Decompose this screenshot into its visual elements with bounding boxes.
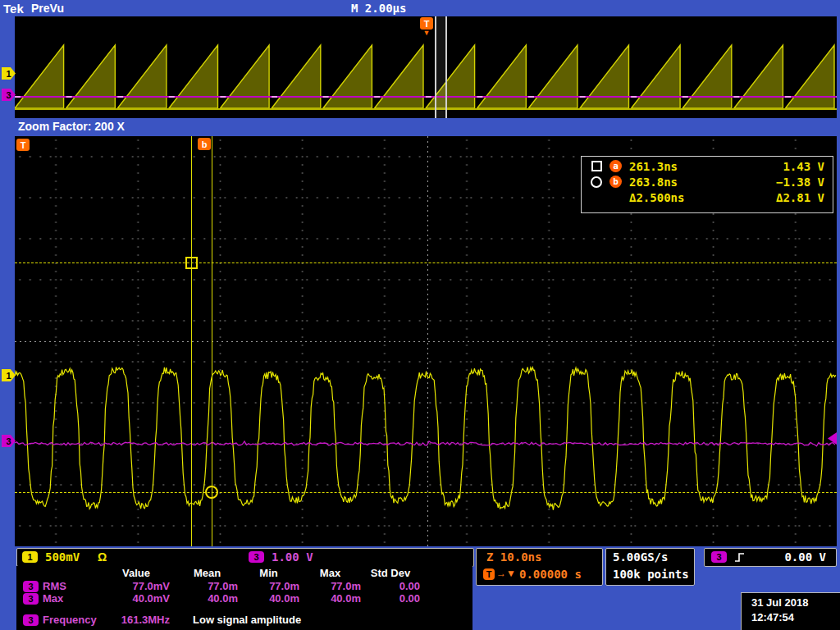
trigger-t-label: T [21, 140, 26, 150]
ch1-marker-zoom[interactable]: 1 [2, 369, 16, 381]
ch1-coupling-symbol: Ω [98, 550, 107, 564]
cursor-b-time: 263.8ns [629, 176, 711, 189]
ch3-marker-overview[interactable]: 3 [2, 89, 16, 101]
cursor-b-horizontal-line[interactable] [15, 492, 837, 493]
acquisition-status: PreVu [31, 2, 64, 15]
cursor-b-vertical-line[interactable] [212, 136, 212, 546]
zoom-factor-label: Zoom Factor: 200 X [18, 120, 125, 133]
cursor-a-badge: a [609, 160, 622, 172]
ch1-marker-overview[interactable]: 1 [2, 67, 16, 80]
trigger-position-arrow-icon: →▼ [496, 568, 516, 579]
trigger-source-badge: 3 [711, 551, 727, 563]
meas-ch-badge: 3 [23, 593, 39, 605]
cursor-a-square-marker[interactable] [185, 257, 198, 269]
cursor-delta-time: Δ2.500ns [629, 191, 711, 204]
cursor-b-badge: b [609, 176, 622, 188]
acquisition-readout-box: 5.00GS/s 100k points [605, 548, 695, 586]
meas-max: 40.0m [299, 592, 361, 605]
cursor-readout-box: a 261.3ns 1.43 V b 263.8ns −1.38 V Δ2.50… [581, 156, 833, 213]
measurement-row-max: 3 Max 40.0mV 40.0m 40.0m 40.0m 0.00 [16, 592, 472, 605]
meas-max: 77.0m [299, 580, 361, 592]
zoom-timebase-readout: Z 10.0ns [486, 550, 541, 564]
meas-mean: 77.0m [176, 580, 238, 592]
zoom-window-indicator[interactable] [435, 16, 447, 118]
meas-stddev: 0.00 [361, 592, 420, 605]
date-readout: 31 Jul 2018 [751, 596, 840, 610]
trigger-level-readout: 0.00 V [784, 550, 826, 564]
meas-stddev: 0.00 [361, 580, 420, 592]
col-header-mean: Mean [176, 567, 238, 579]
col-header-max: Max [299, 567, 361, 579]
ch1-marker-label: 1 [6, 69, 11, 79]
meas-name: Frequency [43, 614, 97, 626]
cursor-b-circle-icon [591, 176, 602, 188]
cursor-a-readout-row: a 261.3ns 1.43 V [582, 158, 833, 174]
measurement-row-rms: 3 RMS 77.0mV 77.0m 77.0m 77.0m 0.00 [16, 580, 472, 592]
ch1-badge: 1 [22, 551, 38, 563]
cursor-a-horizontal-line[interactable] [15, 262, 837, 263]
trigger-slope-icon [734, 551, 745, 564]
horizontal-readout-box: Z 10.0ns T →▼ 0.00000 s [476, 548, 603, 586]
col-header-min: Min [238, 567, 299, 579]
cursor-a-time: 261.3ns [629, 160, 711, 173]
top-status-bar: Tek PreVu M 2.00µs [0, 0, 840, 16]
ch1-marker-label: 1 [6, 371, 11, 381]
channel-scale-bar: 1 500mV Ω 3 1.00 V [16, 548, 474, 567]
record-length-readout: 100k points [613, 568, 689, 581]
meas-value: 161.3MHz [103, 614, 170, 626]
cursor-b-readout-row: b 263.8ns −1.38 V [582, 174, 833, 189]
ch1-scale-readout: 500mV [45, 550, 80, 564]
meas-name: RMS [43, 580, 66, 592]
cursor-delta-volt: Δ2.81 V [711, 191, 824, 204]
meas-ch-badge: 3 [23, 614, 39, 626]
measurement-header-row: Value Mean Min Max Std Dev [16, 567, 472, 579]
main-timebase-readout: M 2.00µs [351, 2, 406, 15]
trigger-position-readout: 0.00000 s [519, 568, 582, 581]
col-header-stddev: Std Dev [361, 567, 420, 579]
meas-min: 40.0m [238, 592, 299, 605]
cursor-a-vertical-line[interactable] [191, 136, 192, 546]
meas-warning-note: Low signal amplitude [193, 614, 301, 626]
ch3-marker-label: 3 [6, 90, 11, 100]
ch3-marker-zoom[interactable]: 3 [2, 435, 16, 447]
datetime-box: 31 Jul 2018 12:47:54 [741, 592, 840, 630]
meas-name: Max [43, 592, 63, 605]
cursor-a-volt: 1.43 V [711, 160, 824, 173]
measurement-table: Value Mean Min Max Std Dev 3 RMS 77.0mV … [16, 566, 472, 630]
trigger-down-arrow-icon: ▼ [420, 29, 433, 37]
tek-logo: Tek [3, 2, 24, 16]
cursor-delta-readout-row: Δ2.500ns Δ2.81 V [582, 189, 833, 205]
oscilloscope-screen: Tek PreVu M 2.00µs T ▼ 1 3 Zoom Factor: … [0, 0, 840, 630]
trigger-position-flag-zoom[interactable]: T [16, 139, 30, 151]
cursor-b-flag-label: b [202, 139, 208, 149]
cursor-b-circle-marker[interactable] [205, 486, 218, 499]
meas-ch-badge: 3 [23, 581, 39, 592]
meas-min: 77.0m [238, 580, 299, 592]
col-header-value: Value [103, 567, 170, 579]
cursor-b-volt: −1.38 V [711, 176, 824, 189]
trigger-t-mini-badge: T [483, 568, 495, 580]
trigger-position-flag[interactable]: T [420, 17, 433, 30]
ch3-badge: 3 [249, 551, 264, 563]
zoom-waveform-panel: T b a 261.3ns 1.43 V b 263.8ns −1.38 V Δ… [15, 136, 837, 546]
ch3-scale-readout: 1.00 V [272, 550, 313, 564]
sample-rate-readout: 5.00GS/s [613, 550, 668, 564]
ch3-marker-label: 3 [6, 436, 11, 446]
meas-value: 40.0mV [103, 592, 170, 605]
trigger-readout-box: 3 0.00 V [704, 548, 837, 567]
meas-mean: 40.0m [176, 592, 238, 605]
trigger-t-label: T [424, 19, 430, 29]
overview-waveform-panel: T ▼ 1 3 [15, 16, 837, 118]
measurement-row-frequency: 3 Frequency 161.3MHz Low signal amplitud… [16, 614, 472, 626]
cursor-a-square-icon [591, 161, 602, 171]
cursor-b-flag[interactable]: b [198, 138, 211, 150]
time-readout: 12:47:54 [751, 610, 840, 625]
meas-value: 77.0mV [103, 580, 170, 592]
